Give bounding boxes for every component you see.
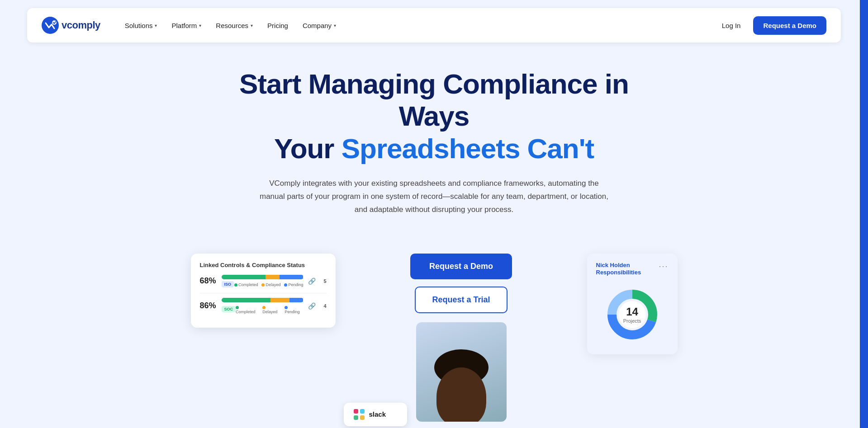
cta-group: Request a Demo Request a Trial [410,254,512,313]
iso-tag: ISO [222,281,234,287]
donut-center: 14 Projects [623,306,641,324]
legend-completed: Completed [238,282,258,287]
donut-widget-header: Nick Holden Responsibilities ··· [596,262,669,277]
soc-percent: 86% [200,301,217,310]
legend-delayed: Delayed [266,282,280,287]
soc-bar-area: SOC Completed Delayed Pending [222,298,304,314]
legend-delayed-2: Delayed [262,310,277,314]
iso-percent: 68% [200,276,217,286]
nav-label-platform: Platform [171,22,197,29]
iso-bar-completed [222,275,266,279]
svg-rect-2 [354,409,358,414]
nav-item-company[interactable]: Company ▾ [296,18,342,33]
iso-legend: Completed Delayed Pending [234,282,304,287]
hero-title-line1: Start Managing Compliance in Ways [239,68,629,132]
slack-icon [353,408,365,421]
nav-item-platform[interactable]: Platform ▾ [165,18,208,33]
donut-name: Nick Holden [596,262,630,268]
nav-demo-button[interactable]: Request a Demo [753,16,826,35]
link-icon: 🔗 [308,277,316,285]
hero-section: Start Managing Compliance in Ways Your S… [0,42,868,249]
svg-point-1 [52,20,57,25]
more-options-button[interactable]: ··· [659,262,668,271]
logo-link[interactable]: vcomply [42,17,100,34]
legend-pending: Pending [288,282,303,287]
nav-item-resources[interactable]: Resources ▾ [209,18,259,33]
donut-chart: 14 Projects [596,283,669,346]
svg-rect-3 [360,409,365,414]
iso-count: 5 [320,278,327,284]
widget-divider [200,293,327,293]
nav-links: Solutions ▾ Platform ▾ Resources ▾ Prici… [119,18,716,33]
soc-bar-pending [289,298,304,302]
svg-rect-5 [360,415,365,420]
controls-widget: Linked Controls & Compliance Status 68% … [191,254,336,328]
nav-label-solutions: Solutions [125,22,153,29]
soc-bar-completed [222,298,271,302]
iso-bar-pending [280,275,303,279]
side-strip [860,0,868,428]
cta-trial-button[interactable]: Request a Trial [415,287,507,313]
slack-badge: slack [344,403,407,426]
hero-title-accent: Spreadsheets Can't [342,133,594,164]
chevron-down-icon: ▾ [199,23,201,28]
hero-title: Start Managing Compliance in Ways Your S… [219,68,649,165]
hero-bottom: Linked Controls & Compliance Status 68% … [0,249,868,422]
link-icon-2: 🔗 [308,302,316,310]
nav-label-resources: Resources [216,22,248,29]
controls-widget-title: Linked Controls & Compliance Status [200,262,327,268]
donut-number: 14 [623,306,641,318]
iso-bar-delayed [266,275,280,279]
logo-icon [42,17,59,34]
nav-right: Log In Request a Demo [716,16,826,35]
chevron-down-icon: ▾ [155,23,157,28]
chevron-down-icon: ▾ [334,23,336,28]
soc-tag: SOC [222,306,236,312]
login-button[interactable]: Log In [716,18,746,33]
brand-name: vcomply [62,19,100,31]
svg-rect-4 [354,415,358,420]
iso-bar-track [222,275,304,279]
donut-subtitle: Responsibilities [596,269,641,276]
chevron-down-icon: ▾ [251,23,253,28]
nav-item-solutions[interactable]: Solutions ▾ [119,18,164,33]
nav-label-company: Company [303,22,332,29]
nav-label-pricing: Pricing [267,22,288,29]
widget-row-soc: 86% SOC Completed Delayed Pending 🔗 [200,298,327,314]
hero-subtitle: VComply integrates with your existing sp… [258,177,611,216]
cta-demo-button[interactable]: Request a Demo [410,254,512,279]
person-head [436,367,486,422]
widget-row-iso: 68% ISO Completed Delayed Pending 🔗 [200,275,327,287]
donut-label: Projects [623,318,641,324]
iso-bar-area: ISO Completed Delayed Pending [222,275,304,287]
slack-text: slack [369,410,386,418]
soc-count: 4 [320,303,327,309]
donut-widget: Nick Holden Responsibilities ··· 14 Proj… [587,254,678,355]
navbar: vcomply Solutions ▾ Platform ▾ Resources… [27,8,841,42]
soc-bar-delayed [270,298,289,302]
soc-bar-track [222,298,304,302]
soc-legend: Completed Delayed Pending [236,305,303,314]
legend-pending-2: Pending [285,310,299,314]
legend-completed-2: Completed [236,310,256,314]
nav-item-pricing[interactable]: Pricing [261,18,294,33]
donut-title: Nick Holden Responsibilities [596,262,641,277]
person-image [416,322,507,422]
hero-title-line2-plain: Your [274,133,342,164]
